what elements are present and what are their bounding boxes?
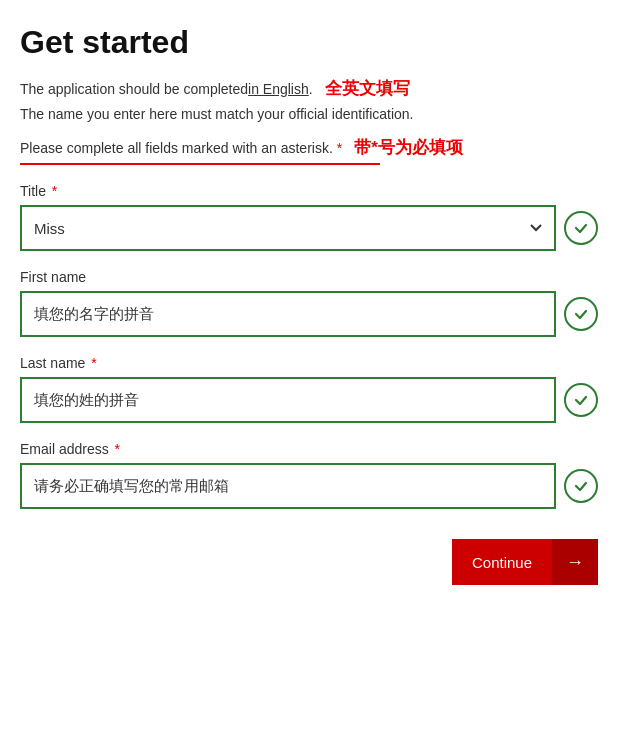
title-asterisk: * <box>52 183 57 199</box>
email-input[interactable] <box>20 463 556 509</box>
firstname-label: First name <box>20 269 598 285</box>
email-field-group: Email address * <box>20 441 598 509</box>
required-asterisk: * <box>337 140 342 156</box>
instruction-english-text: The application should be completed <box>20 81 248 97</box>
lastname-asterisk: * <box>91 355 96 371</box>
email-check-icon <box>564 469 598 503</box>
email-row <box>20 463 598 509</box>
firstname-check-icon <box>564 297 598 331</box>
annotation-required: 带*号为必填项 <box>354 136 463 159</box>
instruction-english-link: in English <box>248 81 309 97</box>
continue-button[interactable]: Continue → <box>452 539 598 585</box>
firstname-row <box>20 291 598 337</box>
instruction-id: The name you enter here must match your … <box>20 106 598 122</box>
lastname-check-icon <box>564 383 598 417</box>
underline-divider <box>20 163 380 165</box>
lastname-label: Last name * <box>20 355 598 371</box>
title-check-icon <box>564 211 598 245</box>
continue-arrow-icon: → <box>552 539 598 585</box>
lastname-input[interactable] <box>20 377 556 423</box>
required-notice-text: Please complete all fields marked with a… <box>20 140 333 156</box>
email-asterisk: * <box>115 441 120 457</box>
lastname-field-group: Last name * <box>20 355 598 423</box>
firstname-input[interactable] <box>20 291 556 337</box>
annotation-english: 全英文填写 <box>325 77 410 100</box>
required-notice: Please complete all fields marked with a… <box>20 136 598 159</box>
title-row: Mr Mrs Miss Ms Dr <box>20 205 598 251</box>
bottom-bar: Continue → <box>20 539 598 585</box>
email-label: Email address * <box>20 441 598 457</box>
firstname-field-group: First name <box>20 269 598 337</box>
page-title: Get started <box>20 24 598 61</box>
lastname-row <box>20 377 598 423</box>
continue-label: Continue <box>452 554 552 571</box>
title-label: Title * <box>20 183 598 199</box>
instruction-english: The application should be completed in E… <box>20 77 598 100</box>
title-field-group: Title * Mr Mrs Miss Ms Dr <box>20 183 598 251</box>
title-select[interactable]: Mr Mrs Miss Ms Dr <box>20 205 556 251</box>
